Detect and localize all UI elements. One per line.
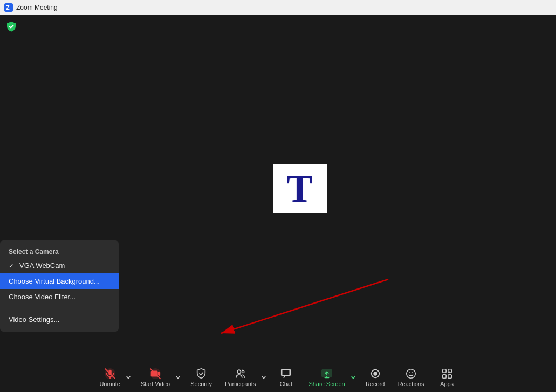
apps-icon: + (441, 368, 453, 380)
share-screen-icon (321, 368, 333, 380)
svg-rect-24 (448, 374, 451, 377)
participants-button[interactable]: 1 Participants (218, 362, 260, 392)
security-label: Security (190, 381, 212, 387)
dropdown-item-label: Choose Virtual Background... (9, 277, 100, 285)
shield-icon (5, 20, 17, 32)
security-icon (195, 368, 207, 380)
camera-dropdown-menu: Select a Camera VGA WebCam Choose Virtua… (0, 240, 119, 332)
security-shield-badge (5, 20, 17, 35)
svg-text:1: 1 (242, 369, 244, 373)
chat-label: Chat (280, 381, 292, 387)
reactions-icon: + (405, 368, 417, 380)
reactions-label: Reactions (398, 381, 424, 387)
share-screen-button[interactable]: Share Screen (302, 362, 349, 392)
share-screen-label: Share Screen (308, 381, 345, 387)
start-video-button[interactable]: Start Video (134, 362, 174, 392)
chat-icon (280, 368, 292, 380)
dropdown-item-label: Choose Video Filter... (9, 293, 75, 301)
reactions-button[interactable]: + Reactions (392, 362, 431, 392)
participants-label: Participants (225, 381, 256, 387)
security-button[interactable]: Security (184, 362, 218, 392)
record-button[interactable]: Record (359, 362, 392, 392)
toolbar: Unmute Start Video (0, 362, 556, 392)
unmute-chevron-button[interactable] (125, 362, 134, 392)
record-label: Record (366, 381, 385, 387)
dropdown-item-label: VGA WebCam (19, 262, 65, 270)
share-screen-chevron-icon (351, 375, 356, 380)
svg-rect-21 (442, 369, 445, 372)
svg-point-19 (412, 372, 413, 373)
unmute-group: Unmute (93, 362, 134, 392)
participants-chevron-icon (261, 375, 266, 380)
dropdown-divider (0, 308, 119, 308)
avatar-letter: T (286, 169, 312, 208)
start-video-group: Start Video (134, 362, 184, 392)
svg-point-18 (409, 372, 410, 373)
participants-icon: 1 (235, 368, 246, 380)
unmute-button[interactable]: Unmute (93, 362, 125, 392)
svg-rect-23 (442, 374, 445, 377)
svg-text:+: + (414, 368, 416, 373)
window-title: Zoom Meeting (16, 4, 58, 11)
start-video-chevron-icon (175, 375, 181, 380)
svg-text:Z: Z (6, 4, 10, 11)
svg-text:+: + (448, 370, 450, 375)
dropdown-item-video-settings[interactable]: Video Settings... (0, 312, 119, 327)
chat-button[interactable]: Chat (270, 362, 302, 392)
participant-avatar: T (273, 164, 327, 213)
svg-line-3 (221, 279, 388, 333)
unmute-label: Unmute (99, 381, 120, 387)
record-icon (369, 368, 381, 380)
meeting-area: T Select a Camera VGA WebCam Choose Virt… (0, 15, 556, 362)
dropdown-item-video-filter[interactable]: Choose Video Filter... (0, 289, 119, 305)
zoom-logo-icon: Z (4, 3, 13, 12)
participants-chevron-button[interactable] (260, 362, 270, 392)
mic-muted-icon (104, 368, 116, 380)
dropdown-item-virtual-bg[interactable]: Choose Virtual Background... (0, 273, 119, 289)
apps-button[interactable]: + Apps (431, 362, 463, 392)
unmute-chevron-icon (126, 375, 131, 380)
svg-rect-13 (282, 369, 291, 375)
share-screen-group: Share Screen (302, 362, 359, 392)
share-screen-chevron-button[interactable] (349, 362, 359, 392)
title-bar: Z Zoom Meeting (0, 0, 556, 15)
video-muted-icon (149, 368, 161, 380)
apps-label: Apps (440, 381, 454, 387)
dropdown-item-label: Video Settings... (9, 315, 59, 324)
dropdown-section-label: Select a Camera (0, 245, 119, 258)
svg-point-16 (373, 372, 377, 375)
participants-group: 1 Participants (218, 362, 270, 392)
start-video-chevron-button[interactable] (174, 362, 184, 392)
dropdown-item-webcam[interactable]: VGA WebCam (0, 258, 119, 273)
start-video-label: Start Video (141, 381, 170, 387)
svg-point-9 (237, 370, 241, 373)
